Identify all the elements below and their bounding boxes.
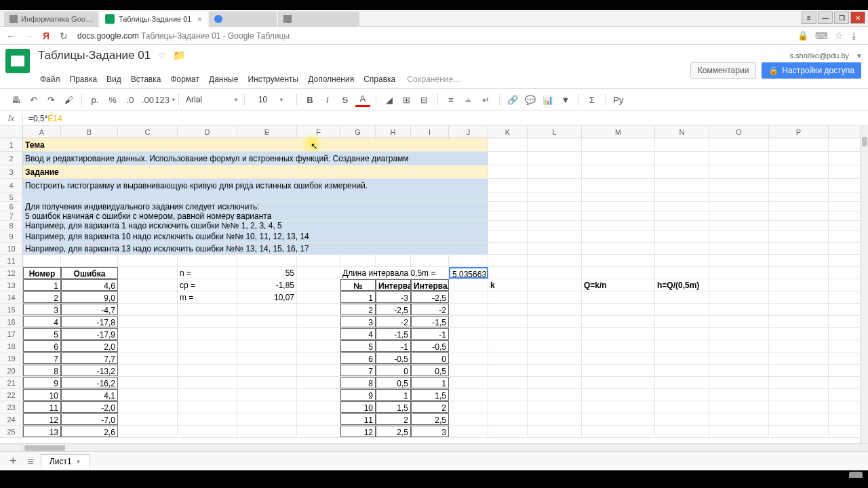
formula-input[interactable]: =0,5*E14 (23, 114, 868, 123)
browser-tab-active[interactable]: Таблицы-Задание 01 × (100, 12, 208, 27)
script-icon[interactable]: Ру (611, 92, 626, 107)
cell[interactable] (23, 255, 61, 266)
column-header[interactable]: G (340, 126, 376, 138)
paint-format-icon[interactable]: 🖌 (61, 92, 76, 107)
row-header[interactable]: 2 (0, 152, 23, 165)
filter-icon[interactable]: ▼ (558, 92, 573, 107)
cell[interactable]: 0 (411, 352, 449, 364)
cell[interactable] (449, 377, 488, 388)
cell[interactable] (769, 192, 829, 201)
cell[interactable] (582, 138, 655, 151)
strike-icon[interactable]: S (338, 92, 353, 107)
row-header[interactable]: 22 (0, 389, 23, 401)
sheets-logo-icon[interactable] (5, 49, 30, 73)
cell[interactable] (297, 316, 340, 327)
cell[interactable]: Ошибка (61, 267, 118, 279)
cell[interactable] (23, 192, 488, 201)
cell[interactable] (769, 401, 829, 413)
row-header[interactable]: 11 (0, 255, 23, 266)
row-header[interactable]: 21 (0, 377, 23, 388)
cell[interactable] (118, 377, 178, 388)
cell[interactable] (237, 304, 297, 315)
cell[interactable] (709, 352, 769, 364)
cell[interactable]: 7 (340, 365, 376, 376)
cell[interactable]: Например, для варианта 10 надо исключить… (23, 230, 488, 242)
cell[interactable] (582, 221, 655, 230)
cell[interactable] (528, 267, 582, 279)
cell[interactable]: m = (178, 291, 237, 303)
cell[interactable] (488, 165, 528, 178)
cell[interactable]: 2,6 (61, 426, 118, 437)
cell[interactable] (709, 340, 769, 352)
yandex-icon[interactable]: Я (39, 29, 53, 43)
cell[interactable] (528, 243, 582, 254)
column-header[interactable]: H (376, 126, 411, 138)
cell[interactable]: -0,5 (411, 340, 449, 352)
cell[interactable]: -2 (411, 304, 449, 315)
cell[interactable] (237, 328, 297, 340)
cell[interactable] (449, 401, 488, 413)
cell[interactable] (118, 267, 178, 279)
cell[interactable] (582, 192, 655, 201)
cell[interactable]: h=Q/(0,5m) (655, 279, 709, 291)
cell[interactable] (488, 243, 528, 254)
cell[interactable] (769, 377, 829, 388)
cell[interactable] (528, 192, 582, 201)
cell[interactable] (709, 165, 769, 178)
cell[interactable] (769, 138, 829, 151)
cell[interactable] (488, 221, 528, 230)
cell[interactable] (582, 328, 655, 340)
cell[interactable]: 3 (23, 304, 61, 315)
cell[interactable]: Для получения индивидуального задания сл… (23, 202, 488, 211)
cell[interactable] (118, 328, 178, 340)
cell[interactable] (449, 316, 488, 327)
cell[interactable]: № (340, 279, 376, 291)
cell[interactable]: 3 (411, 426, 449, 437)
cell[interactable] (528, 340, 582, 352)
cell[interactable] (528, 304, 582, 315)
cell[interactable] (709, 202, 769, 211)
cell[interactable]: 2,0 (61, 340, 118, 352)
cell[interactable]: 10 (340, 401, 376, 413)
cell[interactable] (769, 152, 829, 165)
cell[interactable] (118, 279, 178, 291)
cell[interactable]: 7,7 (61, 352, 118, 364)
cell[interactable]: 9,0 (61, 291, 118, 303)
cell[interactable] (769, 389, 829, 401)
cell[interactable] (769, 365, 829, 376)
cell[interactable] (582, 165, 655, 178)
cell[interactable] (488, 413, 528, 425)
cell[interactable] (769, 202, 829, 211)
row-header[interactable]: 4 (0, 179, 23, 192)
column-header[interactable]: E (237, 126, 297, 138)
cell[interactable]: -17,9 (61, 328, 118, 340)
decimal-inc-icon[interactable]: .00 (140, 92, 155, 107)
row-header[interactable]: 8 (0, 221, 23, 230)
cell[interactable] (709, 243, 769, 254)
cell[interactable] (709, 377, 769, 388)
cell[interactable]: 0,5 (376, 377, 411, 388)
cell[interactable] (709, 401, 769, 413)
cell[interactable] (709, 230, 769, 242)
row-header[interactable]: 16 (0, 316, 23, 327)
cell[interactable] (237, 426, 297, 437)
cell[interactable] (709, 138, 769, 151)
currency-icon[interactable]: р. (87, 92, 102, 107)
row-header[interactable]: 19 (0, 352, 23, 364)
browser-tab[interactable] (209, 12, 277, 27)
star-toggle-icon[interactable]: ☆ (157, 49, 166, 62)
cell[interactable]: 12 (23, 413, 61, 425)
row-header[interactable]: 24 (0, 413, 23, 425)
cell[interactable] (178, 328, 237, 340)
cell[interactable] (655, 365, 709, 376)
cell[interactable] (488, 340, 528, 352)
cell[interactable]: 3 (340, 316, 376, 327)
cell[interactable] (709, 426, 769, 437)
cell[interactable] (528, 426, 582, 437)
column-header[interactable]: P (769, 126, 829, 138)
font-size-select[interactable]: 10▼ (257, 94, 284, 106)
text-color-icon[interactable]: A (355, 92, 370, 107)
cell[interactable]: 1 (23, 279, 61, 291)
cell[interactable] (297, 340, 340, 352)
cell[interactable] (655, 230, 709, 242)
